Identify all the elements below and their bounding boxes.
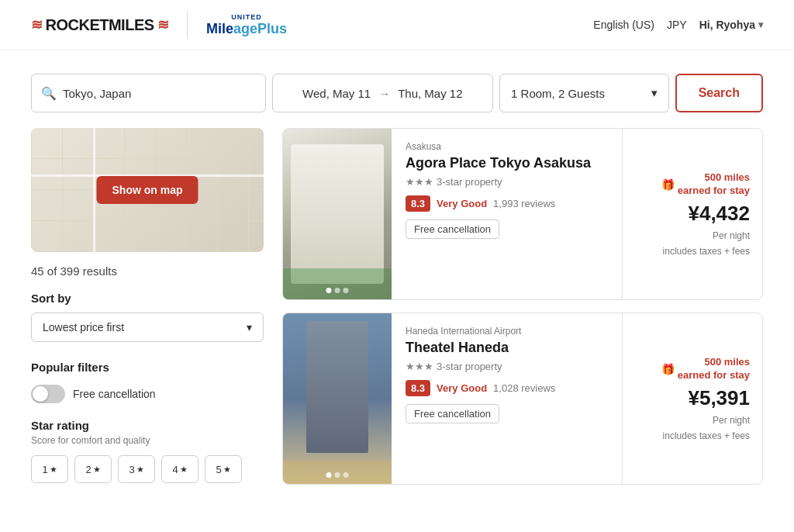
rating-row-2: 8.3 Very Good 1,028 reviews bbox=[406, 380, 608, 396]
rooms-chevron-icon: ▾ bbox=[651, 86, 658, 100]
rating-label-2: Very Good bbox=[437, 382, 487, 394]
price-includes-1: includes taxes + fees bbox=[663, 246, 750, 257]
hotel-card-1[interactable]: Asakusa Agora Place Tokyo Asakusa ★★★ 3-… bbox=[282, 128, 763, 300]
main-layout: Show on map 45 of 399 results Sort by Lo… bbox=[0, 128, 794, 528]
free-cancellation-filter-row: Free cancellation bbox=[31, 385, 264, 403]
results-count: 45 of 399 results bbox=[31, 264, 264, 278]
sort-label: Sort by bbox=[31, 292, 264, 305]
dot-1 bbox=[326, 472, 332, 478]
miles-label-2: earned for stay bbox=[678, 369, 750, 382]
star-text-1: 3-star property bbox=[437, 176, 502, 188]
dot-2 bbox=[335, 472, 340, 478]
popular-filters-label: Popular filters bbox=[31, 361, 264, 374]
stars-icon-1: ★★★ bbox=[406, 176, 433, 188]
destination-field-wrap[interactable]: 🔍 bbox=[31, 74, 266, 112]
search-bar: 🔍 Wed, May 11 → Thu, May 12 1 Room, 2 Gu… bbox=[0, 50, 794, 128]
hotel-name-2[interactable]: Theatel Haneda bbox=[406, 340, 608, 356]
star-3-button[interactable]: 3★ bbox=[118, 455, 155, 483]
star-icon: ★ bbox=[93, 465, 101, 475]
user-menu[interactable]: Hi, Ryohya ▾ bbox=[699, 19, 763, 31]
rating-count-2: 1,028 reviews bbox=[493, 382, 555, 394]
rating-row-1: 8.3 Very Good 1,993 reviews bbox=[406, 195, 608, 212]
search-icon: 🔍 bbox=[41, 86, 57, 101]
star-icon: ★ bbox=[223, 465, 231, 475]
logo-divider bbox=[187, 11, 188, 39]
rating-label-1: Very Good bbox=[437, 198, 487, 209]
gift-icon-1: 🎁 bbox=[661, 178, 675, 191]
image-dots-2 bbox=[326, 472, 349, 478]
search-button[interactable]: Search bbox=[675, 74, 763, 112]
dates-arrow-icon: → bbox=[378, 87, 390, 100]
star-4-button[interactable]: 4★ bbox=[161, 455, 198, 483]
star-icon: ★ bbox=[180, 465, 188, 475]
miles-amount-1: 500 miles bbox=[678, 171, 750, 185]
date-from: Wed, May 11 bbox=[302, 87, 371, 100]
price-amount-1: ¥4,432 bbox=[688, 202, 750, 226]
hotel-info-1: Asakusa Agora Place Tokyo Asakusa ★★★ 3-… bbox=[392, 129, 623, 299]
free-cancel-badge-1: Free cancellation bbox=[406, 219, 499, 239]
header: ≋ ROCKETMILES ≋ UNITED MileagePlus Engli… bbox=[0, 0, 794, 50]
destination-input[interactable] bbox=[63, 87, 256, 100]
star-2-button[interactable]: 2★ bbox=[74, 455, 112, 483]
rooms-guests-label: 1 Room, 2 Guests bbox=[511, 87, 605, 100]
hotel-stars-2: ★★★ 3-star property bbox=[406, 361, 608, 372]
hotel-location-2: Haneda International Airport bbox=[406, 326, 608, 337]
wings-left-icon: ≋ bbox=[31, 16, 43, 33]
hotel-location-1: Asakusa bbox=[406, 141, 608, 152]
language-selector[interactable]: English (US) bbox=[593, 19, 654, 31]
hotel-stars-1: ★★★ 3-star property bbox=[406, 176, 608, 188]
wings-right-icon: ≋ bbox=[157, 16, 169, 33]
free-cancellation-toggle[interactable] bbox=[31, 385, 65, 403]
rooms-guests-selector[interactable]: 1 Room, 2 Guests ▾ bbox=[499, 74, 669, 112]
rating-badge-1: 8.3 bbox=[406, 195, 430, 212]
header-user-nav: English (US) JPY Hi, Ryohya ▾ bbox=[593, 19, 763, 31]
header-logos: ≋ ROCKETMILES ≋ UNITED MileagePlus bbox=[31, 11, 287, 39]
date-to: Thu, May 12 bbox=[398, 87, 462, 100]
dates-selector[interactable]: Wed, May 11 → Thu, May 12 bbox=[272, 74, 493, 112]
star-rating-sub: Score for comfort and quality bbox=[31, 435, 264, 446]
free-cancellation-filter-label: Free cancellation bbox=[73, 388, 156, 400]
per-night-1: Per night bbox=[713, 230, 750, 241]
hotel-card-2[interactable]: Haneda International Airport Theatel Han… bbox=[282, 313, 763, 485]
dot-3 bbox=[343, 288, 349, 293]
star-icon: ★ bbox=[50, 465, 57, 475]
currency-selector[interactable]: JPY bbox=[667, 19, 687, 31]
star-1-button[interactable]: 1★ bbox=[31, 455, 68, 483]
miles-earned-1: 🎁 500 miles earned for stay bbox=[661, 171, 750, 198]
miles-amount-2: 500 miles bbox=[678, 356, 750, 369]
toggle-knob bbox=[33, 386, 48, 402]
hotel-image-1 bbox=[283, 129, 392, 299]
hotel-image-2 bbox=[283, 313, 392, 484]
stars-icon-2: ★★★ bbox=[406, 361, 433, 372]
miles-earned-2: 🎁 500 miles earned for stay bbox=[661, 356, 750, 382]
price-amount-2: ¥5,391 bbox=[688, 386, 750, 410]
rocketmiles-logo: ≋ ROCKETMILES ≋ bbox=[31, 16, 168, 34]
hotel-price-1: 🎁 500 miles earned for stay ¥4,432 Per n… bbox=[623, 129, 762, 299]
star-rating-label: Star rating bbox=[31, 419, 264, 432]
dot-2 bbox=[335, 288, 340, 293]
hotel-price-2: 🎁 500 miles earned for stay ¥5,391 Per n… bbox=[623, 313, 762, 484]
united-logo: UNITED MileagePlus bbox=[206, 13, 287, 37]
sidebar: Show on map 45 of 399 results Sort by Lo… bbox=[31, 128, 264, 497]
sort-dropdown[interactable]: Lowest price first ▾ bbox=[31, 313, 264, 342]
hotel-name-1[interactable]: Agora Place Tokyo Asakusa bbox=[406, 155, 608, 171]
star-text-2: 3-star property bbox=[437, 361, 502, 372]
dot-3 bbox=[343, 472, 349, 478]
gift-icon-2: 🎁 bbox=[661, 363, 675, 375]
rating-count-1: 1,993 reviews bbox=[493, 198, 555, 209]
image-dots-1 bbox=[326, 288, 349, 293]
map-preview: Show on map bbox=[31, 128, 264, 252]
results-list: Asakusa Agora Place Tokyo Asakusa ★★★ 3-… bbox=[282, 128, 763, 497]
miles-label-1: earned for stay bbox=[678, 185, 750, 198]
star-buttons-group: 1★ 2★ 3★ 4★ 5★ bbox=[31, 455, 264, 483]
star-5-button[interactable]: 5★ bbox=[205, 455, 242, 483]
show-on-map-button[interactable]: Show on map bbox=[97, 176, 198, 204]
free-cancel-badge-2: Free cancellation bbox=[406, 404, 499, 423]
rating-badge-2: 8.3 bbox=[406, 380, 430, 396]
star-icon: ★ bbox=[136, 465, 144, 475]
hotel-info-2: Haneda International Airport Theatel Han… bbox=[392, 313, 623, 484]
sort-value: Lowest price first bbox=[43, 321, 124, 333]
dot-1 bbox=[326, 288, 332, 293]
price-includes-2: includes taxes + fees bbox=[663, 430, 750, 441]
sort-chevron-icon: ▾ bbox=[247, 321, 252, 333]
